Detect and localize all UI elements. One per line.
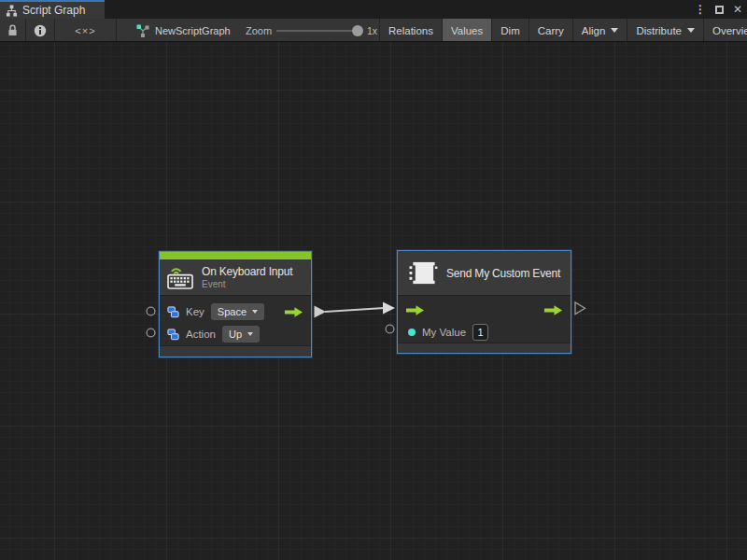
zoom-slider-handle[interactable] xyxy=(352,25,363,36)
info-button[interactable] xyxy=(26,19,55,42)
node-subtitle: Event xyxy=(202,279,292,289)
variable-icon xyxy=(167,306,179,318)
tab-bar: Script Graph ⋮ ✕ xyxy=(0,0,747,19)
overview-button[interactable]: Overview xyxy=(703,19,747,42)
maximize-icon[interactable] xyxy=(715,6,724,14)
port-label-key: Key xyxy=(186,306,204,317)
relations-button[interactable]: Relations xyxy=(379,19,442,42)
chevron-down-icon xyxy=(247,332,253,336)
graph-breadcrumb[interactable]: NewScriptGraph xyxy=(136,19,231,42)
hierarchy-icon xyxy=(6,5,18,17)
node-on-keyboard-input[interactable]: On Keyboard Input Event Key Space xyxy=(159,251,312,357)
node-title: Send My Custom Event xyxy=(446,267,560,280)
zoom-value: 1x xyxy=(367,19,377,42)
node-header[interactable]: Send My Custom Event xyxy=(398,251,571,295)
control-input-arrow-icon[interactable] xyxy=(405,304,425,316)
lock-icon xyxy=(7,24,18,36)
script-graph-window: Script Graph ⋮ ✕ xyxy=(0,0,747,560)
carry-button[interactable]: Carry xyxy=(529,19,572,42)
close-icon[interactable]: ✕ xyxy=(733,4,742,15)
port-label-my-value: My Value xyxy=(422,327,466,338)
distribute-button[interactable]: Distribute xyxy=(627,19,703,42)
port-row-action: Action Up xyxy=(160,324,311,344)
zoom-label: Zoom xyxy=(246,19,272,42)
port-row-my-value: My Value 1 xyxy=(398,322,571,343)
toolbar-left-group: <×> xyxy=(0,19,117,42)
values-button[interactable]: Values xyxy=(442,19,491,42)
control-output-arrow-icon[interactable] xyxy=(543,304,563,316)
lock-button[interactable] xyxy=(0,19,26,42)
chevron-down-icon xyxy=(252,310,258,314)
value-port-dot-icon xyxy=(408,329,416,336)
align-button[interactable]: Align xyxy=(572,19,627,42)
node-footer xyxy=(398,343,571,353)
node-title: On Keyboard Input xyxy=(202,265,292,278)
node-header[interactable]: On Keyboard Input Event xyxy=(160,259,311,295)
variable-icon xyxy=(167,329,179,341)
tab-label: Script Graph xyxy=(22,4,85,17)
graph-canvas[interactable] xyxy=(0,42,747,560)
tab-script-graph[interactable]: Script Graph xyxy=(0,0,105,19)
key-dropdown[interactable]: Space xyxy=(211,303,264,320)
port-row-control xyxy=(398,298,571,322)
node-send-my-custom-event[interactable]: Send My Custom Event My Value 1 xyxy=(397,250,571,354)
action-dropdown[interactable]: Up xyxy=(222,326,260,343)
keyboard-icon xyxy=(167,265,194,289)
window-controls: ⋮ ✕ xyxy=(695,0,742,19)
info-icon xyxy=(34,24,47,37)
machine-icon xyxy=(408,259,439,287)
my-value-input[interactable]: 1 xyxy=(472,324,488,341)
chevron-down-icon xyxy=(611,28,618,33)
event-color-bar xyxy=(160,252,311,259)
code-icon: <×> xyxy=(75,25,95,36)
port-row-key: Key Space xyxy=(160,300,311,324)
node-body: My Value 1 xyxy=(398,295,571,343)
node-titles: On Keyboard Input Event xyxy=(202,265,292,289)
control-output-arrow-icon[interactable] xyxy=(284,306,303,318)
port-label-action: Action xyxy=(186,329,216,340)
toolbar-right-group: Relations Values Dim Carry Align Distrib… xyxy=(379,19,747,42)
zoom-slider-track[interactable] xyxy=(276,30,362,32)
menu-icon[interactable]: ⋮ xyxy=(695,4,706,15)
chevron-down-icon xyxy=(687,28,695,33)
graph-name: NewScriptGraph xyxy=(155,25,231,36)
graph-asset-icon xyxy=(136,24,149,37)
dim-button[interactable]: Dim xyxy=(491,19,528,42)
node-footer xyxy=(160,345,311,357)
code-view-button[interactable]: <×> xyxy=(55,19,117,42)
graph-toolbar: <×> NewScriptGraph Zoom 1x Relations Val… xyxy=(0,19,747,42)
node-body: Key Space Action Up xyxy=(160,295,311,345)
